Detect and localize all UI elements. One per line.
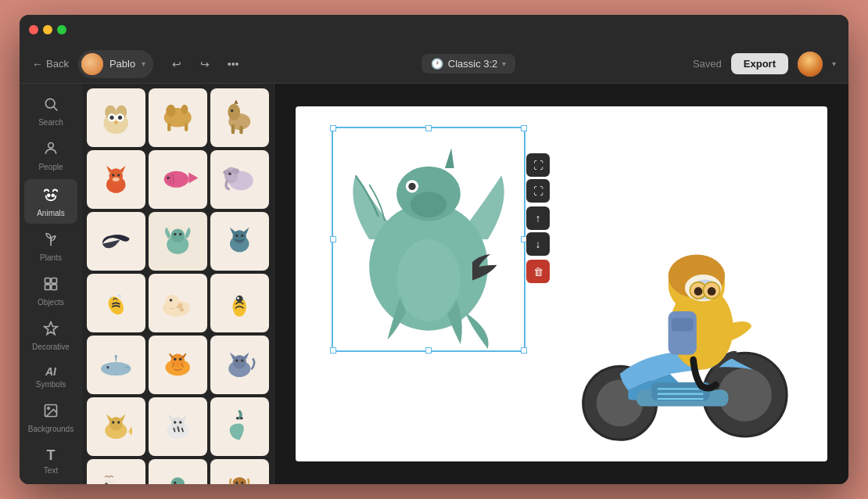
svg-point-0 [45,99,55,108]
asset-wolf[interactable] [210,336,269,394]
toolbar-left: ← Back Pablo ▾ ↩ ↪ ••• [32,50,244,78]
asset-misc[interactable] [210,459,269,484]
svg-point-18 [118,116,122,120]
svg-marker-73 [230,353,237,360]
sidebar-item-people[interactable]: People [24,135,77,178]
symbols-icon: AI [45,365,56,378]
toolbar: ← Back Pablo ▾ ↩ ↪ ••• 🕐 Classic 3:2 ▾ [20,45,848,84]
svg-point-100 [233,478,247,485]
svg-point-38 [167,177,170,180]
svg-point-60 [170,299,173,302]
sidebar-item-animals[interactable]: Animals [24,179,77,224]
svg-rect-22 [167,124,170,132]
preset-label: Classic 3:2 [448,58,498,70]
flip-v-button[interactable]: ⛶ [526,179,550,203]
svg-marker-9 [45,322,58,335]
svg-point-70 [179,358,182,361]
svg-rect-130 [672,318,694,332]
sidebar-icons: Search People [20,84,82,484]
svg-point-92 [102,479,117,484]
svg-point-4 [52,194,54,196]
asset-dragon[interactable] [149,212,207,271]
asset-cow[interactable] [87,459,145,484]
svg-point-36 [164,171,189,188]
more-button[interactable]: ••• [222,53,244,75]
canvas[interactable]: ⛶ ⛶ ↑ ↓ 🗑 [296,106,827,461]
svg-point-45 [171,229,185,243]
history-icon: 🕐 [431,58,443,70]
svg-marker-80 [119,415,126,422]
minimize-button[interactable] [43,25,52,34]
svg-point-2 [48,143,54,149]
move-down-button[interactable]: ↓ [526,232,550,256]
svg-point-28 [231,109,234,113]
scooter-element[interactable] [561,227,812,446]
sidebar-item-label: People [38,163,63,171]
toolbar-center: 🕐 Classic 3:2 ▾ [253,54,683,74]
traffic-lights [29,25,66,34]
asset-shark[interactable] [87,336,145,394]
svg-rect-23 [185,124,188,132]
asset-tiger[interactable] [149,336,207,394]
saved-status: Saved [693,58,722,70]
svg-marker-31 [106,166,113,173]
dragon-element[interactable] [335,130,522,349]
svg-marker-32 [119,166,126,173]
canvas-area: ⛶ ⛶ ↑ ↓ 🗑 [274,84,848,484]
asset-cat2[interactable] [87,397,145,456]
svg-point-52 [235,235,239,238]
user-pill[interactable]: Pablo ▾ [78,50,153,78]
back-button[interactable]: ← Back [32,58,69,70]
asset-fish[interactable] [149,150,207,209]
asset-horse[interactable] [210,88,269,147]
svg-rect-27 [240,126,243,135]
sidebar-item-objects[interactable]: Objects [24,270,77,313]
asset-camel[interactable] [149,88,207,147]
svg-line-1 [54,107,58,111]
svg-point-43 [229,173,232,176]
back-arrow-icon: ← [32,58,43,70]
delete-button[interactable]: 🗑 [526,260,550,283]
move-up-button[interactable]: ↑ [526,206,550,230]
sidebar-item-symbols[interactable]: AI Symbols [24,359,77,395]
asset-owl[interactable] [87,88,145,147]
svg-point-17 [110,116,114,120]
asset-spots[interactable] [149,274,207,332]
asset-fox[interactable] [87,150,145,209]
svg-marker-87 [168,415,175,422]
svg-point-63 [237,297,239,300]
maximize-button[interactable] [57,25,66,34]
sidebar-item-label: Decorative [32,343,70,351]
close-button[interactable] [29,25,38,34]
svg-marker-88 [181,415,188,422]
sidebar-item-label: Plants [40,253,62,262]
asset-bee2[interactable] [210,274,269,332]
asset-bee[interactable] [87,274,145,332]
undo-button[interactable]: ↩ [166,53,188,75]
sidebar-item-search[interactable]: Search [24,90,77,133]
preset-selector[interactable]: 🕐 Classic 3:2 ▾ [421,54,516,74]
asset-zebra[interactable] [149,397,207,456]
flip-h-button[interactable]: ⛶ [526,153,550,177]
svg-point-128 [708,287,716,296]
export-button[interactable]: Export [731,53,788,74]
svg-point-89 [236,417,239,420]
float-toolbar: ⛶ ⛶ ↑ ↓ 🗑 [526,153,550,283]
asset-cat[interactable] [210,212,269,271]
redo-button[interactable]: ↪ [194,53,216,75]
sidebar-item-plants[interactable]: Plants [24,225,77,268]
svg-marker-74 [242,353,249,360]
sidebar-item-text[interactable]: T Text [24,441,77,481]
user-avatar-icon[interactable] [798,52,823,77]
svg-marker-37 [189,173,199,184]
asset-snake[interactable] [210,397,269,456]
svg-point-46 [174,233,177,236]
sidebar-item-label: Backgrounds [28,425,74,433]
asset-bird2[interactable] [149,459,207,484]
asset-elephant[interactable] [210,150,269,209]
asset-bird[interactable] [87,212,145,271]
user-chevron-icon[interactable]: ▾ [832,59,836,68]
sidebar-item-decorative[interactable]: Decorative [24,314,77,357]
sidebar-item-label: Animals [37,209,65,217]
sidebar-item-backgrounds[interactable]: Backgrounds [24,397,77,440]
